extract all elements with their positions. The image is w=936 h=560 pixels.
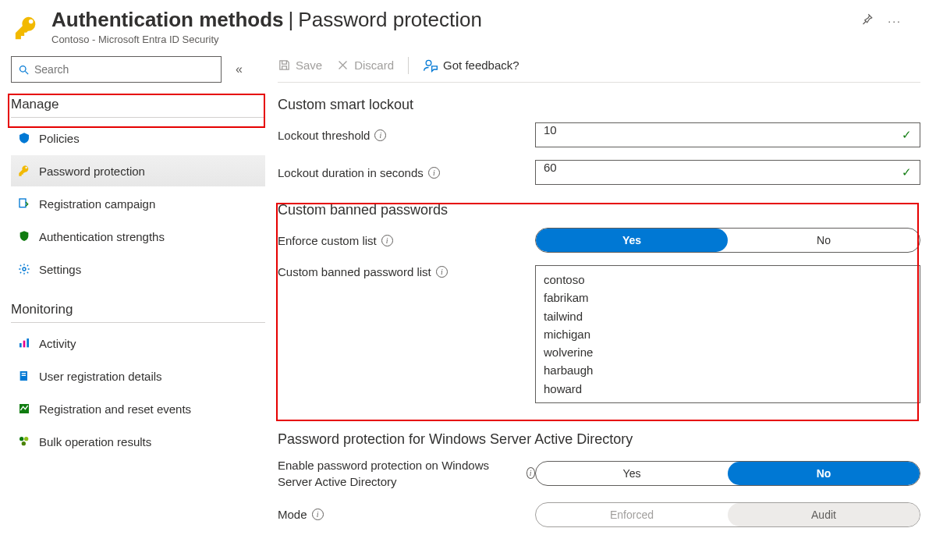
sidebar-item-label: Settings	[39, 263, 81, 276]
svg-line-1	[25, 71, 28, 74]
info-icon[interactable]: i	[312, 509, 324, 520]
svg-point-11	[20, 437, 23, 441]
section-title: Password protection for Windows Server A…	[278, 431, 920, 448]
sidebar-item-label: User registration details	[39, 370, 162, 383]
sidebar-item-auth-strengths[interactable]: Authentication strengths	[11, 221, 265, 252]
sidebar-section-monitoring: Monitoring	[11, 302, 265, 323]
svg-rect-8	[22, 373, 26, 374]
sidebar-item-label: Activity	[39, 337, 76, 350]
mode-label: Mode i	[278, 508, 535, 521]
key-icon	[11, 12, 42, 44]
mode-toggle: Enforced Audit	[535, 502, 920, 527]
check-icon: ✓	[902, 128, 912, 142]
sidebar-section-manage: Manage	[11, 97, 265, 118]
toggle-yes[interactable]: Yes	[536, 462, 728, 485]
enable-windows-ad-label: Enable password protection on Windows Se…	[278, 457, 535, 490]
enable-windows-ad-toggle[interactable]: Yes No	[535, 461, 920, 486]
info-icon[interactable]: i	[428, 167, 440, 179]
user-reg-icon	[17, 369, 31, 383]
section-windows-ad: Password protection for Windows Server A…	[278, 431, 920, 527]
search-icon	[18, 64, 30, 76]
page-subtitle: Contoso - Microsoft Entra ID Security	[51, 34, 850, 45]
events-icon	[17, 402, 31, 416]
discard-button[interactable]: Discard	[336, 58, 394, 72]
section-title: Custom banned passwords	[278, 202, 920, 218]
banned-list-label: Custom banned password list i	[278, 265, 535, 278]
svg-point-13	[22, 441, 26, 445]
svg-point-12	[24, 437, 28, 441]
section-title: Custom smart lockout	[278, 97, 920, 113]
sidebar-item-label: Registration campaign	[39, 197, 155, 211]
lockout-threshold-label: Lockout threshold i	[278, 129, 535, 142]
enforce-custom-list-label: Enforce custom list i	[278, 234, 535, 247]
bulk-icon	[17, 434, 31, 448]
gear-icon	[17, 262, 31, 276]
sidebar-item-label: Authentication strengths	[39, 230, 165, 243]
activity-icon	[17, 336, 31, 350]
svg-rect-6	[27, 338, 29, 347]
lockout-threshold-input[interactable]: 10 ✓	[535, 122, 920, 147]
sidebar-item-reset-events[interactable]: Registration and reset events	[11, 393, 265, 424]
pin-icon[interactable]	[860, 12, 874, 29]
sidebar-item-settings[interactable]: Settings	[11, 253, 265, 285]
sidebar-item-activity[interactable]: Activity	[11, 328, 265, 359]
toggle-no[interactable]: No	[728, 462, 920, 485]
svg-rect-9	[22, 375, 26, 376]
svg-point-3	[23, 268, 26, 271]
key-icon	[17, 164, 31, 178]
close-icon	[336, 58, 349, 72]
info-icon[interactable]: i	[381, 235, 393, 246]
registration-campaign-icon	[17, 197, 31, 211]
collapse-sidebar-icon[interactable]: «	[236, 62, 243, 76]
svg-point-0	[20, 66, 27, 72]
save-icon	[278, 58, 291, 72]
info-icon[interactable]: i	[526, 467, 536, 479]
toggle-enforced: Enforced	[536, 503, 728, 526]
search-input[interactable]	[11, 56, 222, 83]
section-banned-passwords: Custom banned passwords Enforce custom l…	[278, 197, 920, 420]
banned-list-textarea[interactable]: contoso fabrikam tailwind michigan wolve…	[535, 265, 920, 403]
sidebar-item-label: Registration and reset events	[39, 402, 191, 416]
info-icon[interactable]: i	[374, 129, 386, 141]
feedback-button[interactable]: Got feedback?	[423, 58, 519, 73]
check-icon: ✓	[902, 165, 912, 179]
more-icon[interactable]: ···	[888, 15, 902, 27]
section-smart-lockout: Custom smart lockout Lockout threshold i…	[278, 97, 920, 185]
sidebar-item-label: Password protection	[39, 165, 145, 178]
toggle-audit: Audit	[728, 503, 920, 526]
sidebar-item-policies[interactable]: Policies	[11, 122, 265, 154]
sidebar-item-registration-campaign[interactable]: Registration campaign	[11, 188, 265, 219]
toolbar-separator	[408, 57, 409, 74]
sidebar-item-label: Bulk operation results	[39, 435, 151, 448]
svg-rect-2	[20, 199, 26, 207]
lockout-duration-label: Lockout duration in seconds i	[278, 166, 535, 179]
lockout-duration-input[interactable]: 60 ✓	[535, 160, 920, 185]
toggle-yes[interactable]: Yes	[536, 229, 728, 252]
toolbar: Save Discard Got feedback?	[278, 48, 920, 83]
feedback-icon	[423, 58, 438, 73]
svg-point-14	[426, 60, 431, 66]
save-button[interactable]: Save	[278, 58, 322, 72]
sidebar-item-password-protection[interactable]: Password protection	[11, 155, 265, 186]
info-icon[interactable]: i	[436, 266, 448, 278]
shield-icon	[17, 229, 31, 243]
page-title: Authentication methods | Password protec…	[51, 8, 850, 32]
toggle-no[interactable]: No	[728, 229, 920, 252]
enforce-custom-list-toggle[interactable]: Yes No	[535, 228, 920, 253]
sidebar-item-label: Policies	[39, 132, 80, 145]
sidebar-item-bulk-results[interactable]: Bulk operation results	[11, 426, 265, 457]
policies-icon	[17, 131, 31, 145]
svg-rect-4	[20, 343, 22, 347]
svg-rect-5	[23, 341, 26, 348]
sidebar-item-user-registration[interactable]: User registration details	[11, 360, 265, 392]
